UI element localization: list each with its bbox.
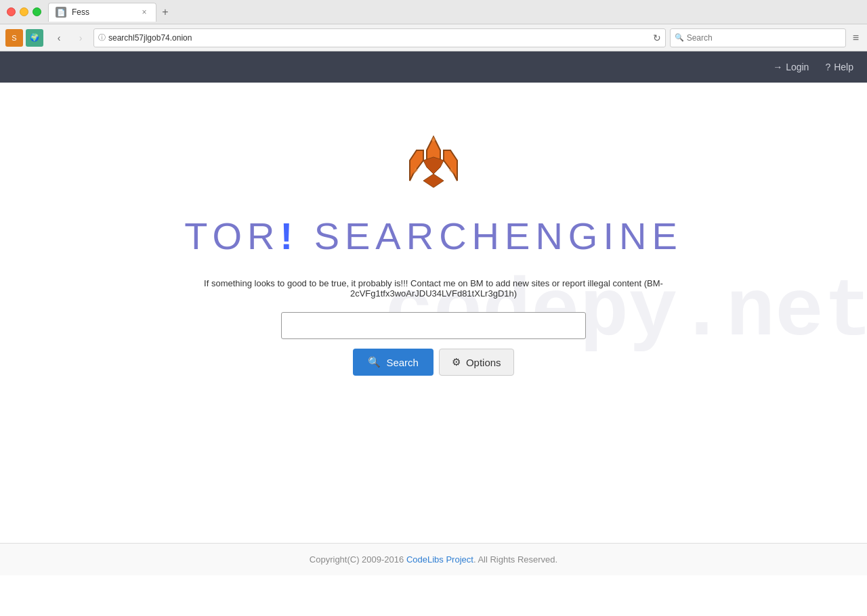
options-button-label: Options bbox=[466, 357, 501, 368]
browser-search-input[interactable] bbox=[687, 33, 841, 43]
help-link[interactable]: ? Help bbox=[825, 62, 853, 72]
help-label: Help bbox=[834, 62, 853, 72]
title-searchengine: SEARCHENGINE bbox=[314, 215, 683, 257]
footer-link[interactable]: CodeLibs Project bbox=[406, 554, 473, 565]
address-bar[interactable]: ⓘ ↻ bbox=[93, 28, 666, 47]
svg-marker-0 bbox=[410, 150, 423, 181]
browser-titlebar: 📄 Fess × + bbox=[0, 0, 867, 24]
search-buttons: 🔍 Search ⚙ Options bbox=[353, 349, 513, 376]
site-title: TOR! SEARCHENGINE bbox=[184, 214, 683, 258]
browser-search-icon: 🔍 bbox=[675, 33, 684, 42]
tab-bar: 📄 Fess × + bbox=[48, 3, 860, 22]
svg-marker-1 bbox=[444, 150, 457, 181]
options-button[interactable]: ⚙ Options bbox=[439, 349, 514, 376]
options-icon: ⚙ bbox=[452, 356, 461, 368]
search-input[interactable] bbox=[281, 312, 586, 339]
extension-icon-2[interactable]: 🌍 bbox=[26, 29, 43, 47]
search-button[interactable]: 🔍 Search bbox=[353, 349, 434, 376]
forward-button[interactable]: › bbox=[72, 29, 89, 47]
title-tor: TOR bbox=[184, 215, 280, 257]
browser-tab[interactable]: 📄 Fess × bbox=[48, 3, 156, 22]
tab-favicon: 📄 bbox=[56, 7, 66, 18]
close-window-button[interactable] bbox=[7, 7, 16, 16]
title-exclamation: ! bbox=[280, 215, 298, 257]
traffic-lights bbox=[7, 7, 41, 16]
new-tab-button[interactable]: + bbox=[156, 3, 174, 21]
login-link[interactable]: → Login bbox=[773, 62, 809, 72]
site-logo bbox=[396, 123, 471, 200]
login-icon: → bbox=[773, 62, 782, 72]
tab-close-button[interactable]: × bbox=[140, 7, 149, 17]
browser-extension-icons: S 🌍 bbox=[5, 29, 43, 47]
footer-text-after: . All Rights Reserved. bbox=[473, 554, 557, 565]
reload-button[interactable]: ↻ bbox=[653, 32, 661, 43]
browser-toolbar: S 🌍 ‹ › ⓘ ↻ 🔍 ≡ bbox=[0, 24, 867, 51]
search-button-icon: 🔍 bbox=[368, 356, 381, 368]
login-label: Login bbox=[786, 62, 809, 72]
tab-title: Fess bbox=[72, 7, 134, 17]
search-button-label: Search bbox=[386, 357, 419, 368]
browser-menu-button[interactable]: ≡ bbox=[850, 29, 862, 47]
secure-icon: ⓘ bbox=[98, 32, 106, 43]
maximize-window-button[interactable] bbox=[33, 7, 41, 16]
browser-search-bar[interactable]: 🔍 bbox=[670, 28, 846, 47]
back-button[interactable]: ‹ bbox=[50, 29, 68, 47]
disclaimer-text: If something looks to good to be true, i… bbox=[176, 278, 691, 299]
extension-icon-1[interactable]: S bbox=[5, 29, 23, 47]
help-icon: ? bbox=[825, 62, 830, 72]
footer: Copyright(C) 2009-2016 CodeLibs Project.… bbox=[0, 543, 867, 575]
main-content: codepy.net TOR! SEARCHENGINE If somethin… bbox=[0, 83, 867, 543]
url-input[interactable] bbox=[108, 33, 650, 43]
minimize-window-button[interactable] bbox=[20, 7, 28, 16]
search-box: 🔍 Search ⚙ Options bbox=[281, 312, 586, 376]
svg-marker-4 bbox=[423, 174, 444, 188]
app-navbar: → Login ? Help bbox=[0, 51, 867, 83]
footer-text-before: Copyright(C) 2009-2016 bbox=[310, 554, 406, 565]
svg-marker-3 bbox=[423, 157, 444, 174]
